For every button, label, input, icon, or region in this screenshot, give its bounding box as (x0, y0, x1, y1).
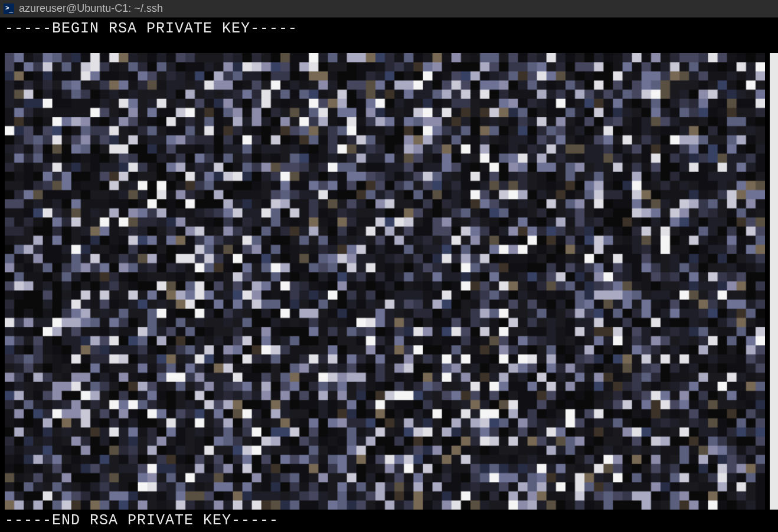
powershell-icon (4, 4, 14, 14)
terminal-area[interactable]: -----BEGIN RSA PRIVATE KEY----- -----END… (0, 18, 778, 532)
obscured-key-body (5, 53, 765, 510)
window-titlebar: azureuser@Ubuntu-C1: ~/.ssh (0, 0, 778, 18)
window-title: azureuser@Ubuntu-C1: ~/.ssh (19, 2, 163, 15)
end-key-line: -----END RSA PRIVATE KEY----- (5, 512, 279, 530)
begin-key-line: -----BEGIN RSA PRIVATE KEY----- (5, 20, 773, 38)
scrollbar[interactable] (770, 53, 778, 510)
